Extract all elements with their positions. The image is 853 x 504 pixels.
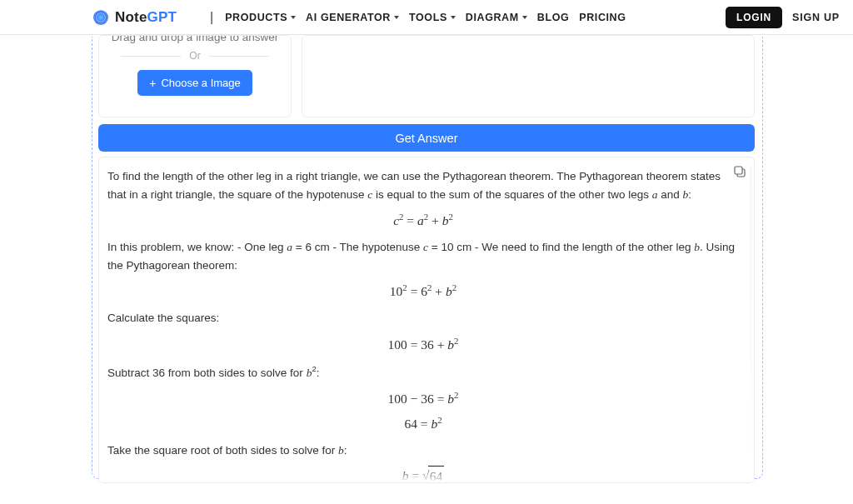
nav-item-pricing[interactable]: PRICING — [579, 12, 626, 23]
nav-item-tools[interactable]: TOOLS — [409, 12, 456, 23]
chevron-down-icon — [394, 16, 399, 19]
copy-button[interactable] — [732, 164, 747, 179]
signup-button[interactable]: SIGN UP — [792, 12, 840, 23]
brand[interactable]: NoteGPT — [92, 0, 177, 35]
equation-4a: 100 − 36 = b2 — [107, 388, 739, 410]
get-answer-button[interactable]: Get Answer — [98, 124, 755, 152]
choose-image-label: Choose a Image — [161, 77, 240, 89]
svg-rect-2 — [735, 167, 742, 174]
chevron-down-icon — [522, 16, 527, 19]
equation-2: 102 = 62 + b2 — [107, 281, 739, 302]
or-divider: Or — [121, 50, 268, 62]
image-upload-card[interactable]: Drag and drop a image to answer Or + Cho… — [98, 35, 292, 117]
copy-icon — [732, 164, 747, 179]
nav-item-products[interactable]: PRODUCTS — [225, 12, 296, 23]
equation-4b: 64 = b2 — [107, 413, 739, 435]
top-navbar: NoteGPT | PRODUCTS AI GENERATOR TOOLS DI… — [0, 0, 853, 35]
drag-drop-text: Drag and drop a image to answer — [112, 35, 278, 43]
answer-para-4: Subtract 36 from both sides to solve for… — [107, 362, 739, 382]
answer-body[interactable]: To find the length of the other leg in a… — [107, 157, 746, 483]
nav-item-ai-generator[interactable]: AI GENERATOR — [306, 12, 399, 23]
plus-icon: + — [149, 77, 156, 89]
bottom-fade — [99, 467, 754, 482]
nav-item-blog[interactable]: BLOG — [537, 12, 570, 23]
login-button[interactable]: LOGIN — [726, 7, 782, 28]
answer-para-1: To find the length of the other leg in a… — [107, 167, 739, 203]
equation-1: c2 = a2 + b2 — [107, 210, 739, 232]
svg-point-0 — [93, 10, 108, 25]
nav-item-diagram[interactable]: DIAGRAM — [466, 12, 527, 23]
chevron-down-icon — [451, 16, 456, 19]
scrollbar[interactable] — [750, 166, 752, 474]
nav-separator: | — [210, 10, 213, 25]
brand-name: NoteGPT — [115, 9, 177, 26]
answer-card: To find the length of the other leg in a… — [98, 157, 755, 483]
chevron-down-icon — [291, 16, 296, 19]
equation-3: 100 = 36 + b2 — [107, 334, 739, 356]
answer-para-3: Calculate the squares: — [107, 309, 739, 327]
answer-para-2: In this problem, we know: - One leg a = … — [107, 238, 739, 274]
answer-para-5: Take the square root of both sides to so… — [107, 442, 739, 460]
nav-items: PRODUCTS AI GENERATOR TOOLS DIAGRAM BLOG… — [225, 12, 626, 23]
swirl-logo-icon — [92, 8, 110, 27]
choose-image-button[interactable]: + Choose a Image — [137, 70, 252, 96]
question-input-card[interactable] — [302, 35, 755, 117]
